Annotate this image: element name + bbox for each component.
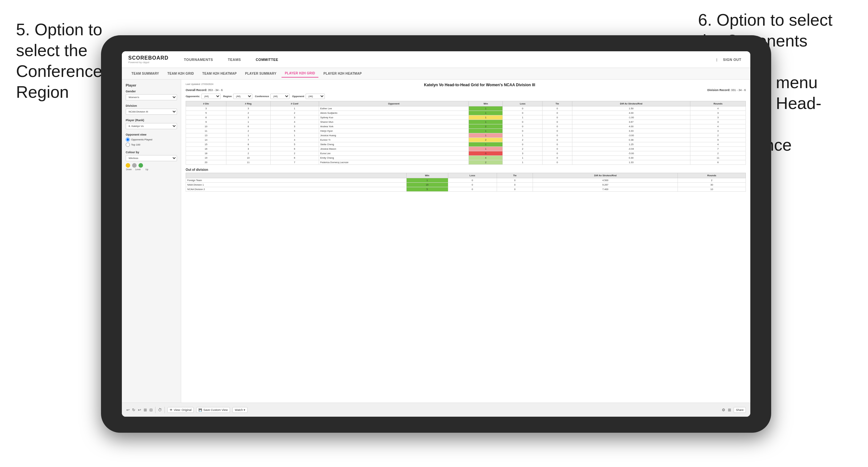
td-tie: 0 <box>542 106 572 111</box>
right-content: Last Updated: 27/03/2024 Katelyn Vo Head… <box>181 80 750 403</box>
sign-out-button[interactable]: Sign out <box>720 56 744 63</box>
td-diff: -0.94 <box>572 147 690 151</box>
clock-icon[interactable]: ⏱ <box>158 408 162 412</box>
th-rounds: Rounds <box>690 101 746 106</box>
nav-committee[interactable]: COMMITTEE <box>253 56 281 63</box>
table-row: 11 2 5 Heejo Hyun 1 0 0 3.33 3 <box>186 129 746 133</box>
td-conf: 2 <box>270 111 319 115</box>
sub-nav-player-h2h-heatmap[interactable]: PLAYER H2H HEATMAP <box>320 70 365 77</box>
view-original-button[interactable]: 👁 View: Original <box>167 407 194 413</box>
td-div: 18 <box>186 151 226 156</box>
td-conf: 2 <box>270 151 319 156</box>
td-opponent: Federica Domecq Lacroze <box>319 160 469 165</box>
ood-td-loss: 0 <box>448 187 497 192</box>
save-icon: 💾 <box>198 408 202 411</box>
redo-icon[interactable]: ↻ <box>132 408 135 412</box>
ood-table-row: NCAA Division 2 5 0 0 7.400 10 <box>186 187 746 192</box>
main-title: Katelyn Vo Head-to-Head Grid for Women's… <box>424 83 535 87</box>
td-div: 5 <box>186 111 226 115</box>
settings-icon[interactable]: ⚙ <box>722 408 725 412</box>
td-div: 19 <box>186 156 226 160</box>
dot-label-up: Up <box>144 168 150 170</box>
td-rounds: 2 <box>690 133 746 138</box>
ood-td-loss: 0 <box>448 178 497 183</box>
sub-nav-player-summary[interactable]: PLAYER SUMMARY <box>242 70 280 77</box>
td-tie: 0 <box>542 120 572 124</box>
th-conf: # Conf <box>270 101 319 106</box>
td-reg: 8 <box>226 142 270 147</box>
out-of-division-header: Out of division <box>186 168 746 172</box>
td-loss: 1 <box>503 133 542 138</box>
watch-button[interactable]: Watch ▾ <box>232 407 248 413</box>
gender-select[interactable]: Women's <box>126 94 177 100</box>
td-tie: 0 <box>542 111 572 115</box>
radio-opponents-played[interactable]: Opponents Played <box>126 137 177 142</box>
undo-icon[interactable]: ↩ <box>126 408 129 412</box>
td-reg: 2 <box>226 129 270 133</box>
copy-icon[interactable]: ⊞ <box>144 408 147 412</box>
th-div: # Div <box>186 101 226 106</box>
td-rounds: 11 <box>690 156 746 160</box>
td-div: 6 <box>186 115 226 120</box>
radio-top100[interactable]: Top 100 <box>126 143 177 147</box>
dot-level <box>132 163 136 168</box>
player-rank-select[interactable]: 8. Katelyn Vo <box>126 123 177 129</box>
conference-filter-select[interactable]: (All) <box>270 94 289 99</box>
table-row: 16 3 6 Jessica Mason 1 2 0 -0.94 7 <box>186 147 746 151</box>
dot-label-level: Level <box>135 168 141 170</box>
grid-icon[interactable]: ⊞ <box>728 408 731 412</box>
td-opponent: Alexis Sudjianto <box>319 111 469 115</box>
table-row: 15 8 5 Stella Cheng 1 0 0 1.25 4 <box>186 142 746 147</box>
nav-tournaments[interactable]: TOURNAMENTS <box>182 56 216 63</box>
td-conf: 7 <box>270 160 319 165</box>
td-win: 1 <box>469 142 503 147</box>
td-diff: 3.33 <box>572 129 690 133</box>
td-div: 11 <box>186 129 226 133</box>
share-button[interactable]: Share <box>734 407 746 413</box>
td-div: 13 <box>186 133 226 138</box>
radio-group: Opponents Played Top 100 <box>126 137 177 147</box>
sub-nav-team-summary[interactable]: TEAM SUMMARY <box>128 70 162 77</box>
td-conf: 4 <box>270 120 319 124</box>
colour-by-select[interactable]: Win/loss <box>126 155 177 161</box>
ood-td-opponent: NCAA Division 2 <box>186 187 407 192</box>
nav-pipe: | <box>716 58 717 62</box>
td-opponent: Sharon Mun <box>319 120 469 124</box>
td-tie: 0 <box>542 115 572 120</box>
colour-by-label: Colour by <box>126 151 177 154</box>
td-diff: 0.30 <box>572 156 690 160</box>
player-rank-label: Player (Rank) <box>126 119 177 122</box>
td-diff: -5.00 <box>572 151 690 156</box>
table-row: 20 11 7 Federica Domecq Lacroze 2 1 0 1.… <box>186 160 746 165</box>
undo2-icon[interactable]: ↩ <box>138 408 141 412</box>
main-data-table: # Div # Reg # Conf Opponent Win Loss Tie… <box>186 101 746 165</box>
td-reg: 3 <box>226 106 270 111</box>
td-rounds: 4 <box>690 106 746 111</box>
paste-icon[interactable]: ⊟ <box>149 408 153 412</box>
td-win: 2 <box>469 160 503 165</box>
opponent-filter-group: Opponent (All) <box>292 94 325 99</box>
td-opponent: Sydney Kuo <box>319 115 469 120</box>
td-conf: 1 <box>270 133 319 138</box>
td-win: 1 <box>469 133 503 138</box>
sub-nav-player-h2h-grid[interactable]: PLAYER H2H GRID <box>282 69 318 77</box>
td-opponent: Jessica Mason <box>319 147 469 151</box>
sub-nav-team-h2h-grid[interactable]: TEAM H2H GRID <box>164 70 197 77</box>
opponents-filter-select[interactable]: (All) <box>202 94 221 99</box>
opponent-filter-select[interactable]: (All) <box>306 94 325 99</box>
save-custom-view-button[interactable]: 💾 Save Custom View <box>196 407 230 413</box>
opponent-filter-label: Opponent <box>292 95 304 98</box>
division-select[interactable]: NCAA Division III <box>126 108 177 115</box>
td-tie: 0 <box>542 151 572 156</box>
ood-td-tie: 0 <box>497 187 533 192</box>
td-reg: 3 <box>226 115 270 120</box>
nav-teams[interactable]: TEAMS <box>225 56 243 63</box>
region-filter-select[interactable]: (All) <box>233 94 252 99</box>
td-tie: 0 <box>542 142 572 147</box>
main-table-body: 3 3 1 Esther Lee 1 0 0 1.50 4 5 2 2 Alex… <box>186 106 746 165</box>
dot-label-down: Down <box>126 168 132 170</box>
division-record: Division Record: 331 - 34 - 6 <box>707 89 746 92</box>
sub-nav-team-h2h-heatmap[interactable]: TEAM H2H HEATMAP <box>199 70 240 77</box>
records-row: Overall Record: 353 - 34 - 6 Division Re… <box>186 89 746 92</box>
dot-row <box>126 163 177 168</box>
